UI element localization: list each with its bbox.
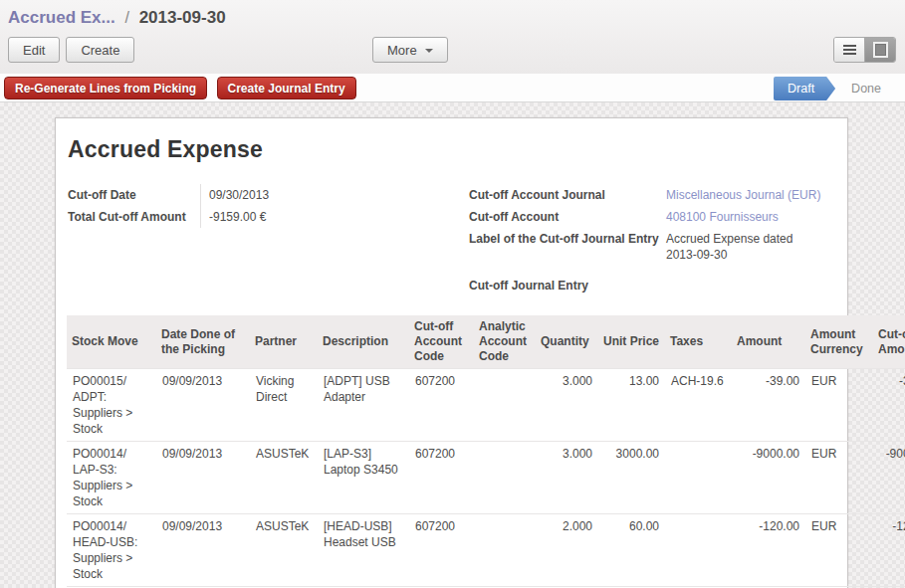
column-header[interactable]: Cut-off Account Code [409,315,474,369]
table-cell: [LAP-S3] Laptop S3450 [318,442,409,514]
field-value: 09/30/2013 [200,184,269,206]
table-cell [665,514,732,587]
table-cell: 09/09/2013 [156,514,250,587]
right_fields-field-row: Label of the Cut-off Journal EntryAccrue… [469,228,847,266]
table-cell: ASUSTeK [250,442,318,514]
field-value: -9159.00 € [200,206,266,228]
field-group-right: Cut-off Account JournalMiscellaneous Jou… [469,184,847,296]
table-cell: -120.00 [873,514,905,587]
column-header[interactable]: Unit Price [598,315,665,369]
field-label: Cut-off Date [68,184,200,206]
form-view-button[interactable] [864,38,895,62]
breadcrumb-current: 2013-09-30 [139,8,226,27]
table-cell: [HEAD-USB] Headset USB [318,514,409,587]
table-cell: 09/09/2013 [156,369,250,442]
field-label: Label of the Cut-off Journal Entry [469,228,666,250]
list-view-icon [843,45,856,47]
breadcrumb-separator: / [119,9,133,26]
table-cell: 607200 [409,442,474,514]
field-group-left: Cut-off Date09/30/2013Total Cut-off Amou… [68,184,469,296]
field-value: Accrued Expense dated 2013-09-30 [666,228,825,266]
create-button[interactable]: Create [66,37,134,63]
chevron-down-icon [425,49,433,53]
column-header[interactable]: Stock Move [67,315,156,369]
statusbar: Draft Done [774,77,897,100]
form-title: Accrued Expense [68,136,847,163]
form-view-icon [873,42,888,58]
field-value [666,275,825,281]
table-cell: -9000.00 [732,442,805,514]
table-cell [665,442,732,514]
table-cell: 3.000 [536,442,598,514]
table-cell [474,442,536,514]
table-cell: 607200 [409,369,474,442]
column-header[interactable]: Partner [250,315,318,369]
field-label: Cut-off Account [469,206,666,228]
table-cell: 3000.00 [598,442,665,514]
column-header[interactable]: Date Done of the Picking [156,315,250,369]
column-header[interactable]: Description [318,315,409,369]
column-header[interactable]: Taxes [665,315,732,369]
table-row[interactable]: PO00014/​HEAD-USB: Suppliers > Stock09/0… [67,514,905,587]
table-row[interactable]: PO00014/​LAP-S3: Suppliers > Stock09/09/… [67,442,905,514]
table-cell: 607200 [409,514,474,587]
field-value-link[interactable]: 408100 Fournisseurs [666,206,825,228]
regenerate-lines-button[interactable]: Re-Generate Lines from Picking [4,77,207,99]
table-cell: -120.00 [732,514,805,587]
table-cell: -39.00 [873,369,905,442]
table-cell: ASUSTeK [250,514,318,587]
left_fields-field-row: Cut-off Date09/30/2013 [68,184,469,206]
control-panel: Accrued Ex... / 2013-09-30 Edit Create M… [0,0,905,74]
table-cell: EUR [805,369,873,442]
table-cell: 60.00 [598,514,665,587]
right_fields-field-row: Cut-off Journal Entry [469,275,847,296]
table-cell [474,369,536,442]
table-cell [474,514,536,587]
left_fields-field-row: Total Cut-off Amount-9159.00 € [68,206,469,228]
table-cell: ACH-19.6 [665,369,732,442]
table-cell: 3.000 [536,369,598,442]
column-header[interactable]: Amount Currency [805,315,873,369]
table-cell: -39.00 [732,369,805,442]
column-header[interactable]: Amount [732,315,805,369]
lines-table: Stock MoveDate Done of the PickingPartne… [67,315,905,587]
column-header[interactable]: Analytic Account Code [474,315,536,369]
more-dropdown: More [372,37,448,63]
table-cell: EUR [805,514,873,587]
table-cell: -9000.00 [873,442,905,514]
form-sheet: Accrued Expense Cut-off Date09/30/2013To… [55,117,848,588]
status-row: Re-Generate Lines from Picking Create Jo… [0,74,905,102]
table-cell: PO00014/​LAP-S3: Suppliers > Stock [67,442,156,514]
toolbar: Edit Create More [8,37,897,63]
table-cell: EUR [805,442,873,514]
table-cell: PO00014/​HEAD-USB: Suppliers > Stock [67,514,156,587]
table-cell: Vicking Direct [250,369,318,442]
table-cell: 2.000 [536,514,598,587]
field-label: Total Cut-off Amount [68,206,200,228]
field-groups: Cut-off Date09/30/2013Total Cut-off Amou… [68,184,847,296]
content-area: Accrued Expense Cut-off Date09/30/2013To… [0,102,905,588]
right_fields-field-row: Cut-off Account408100 Fournisseurs [469,206,847,228]
toolbar-left: Edit Create [8,37,134,63]
table-row[interactable]: PO00015/​ADPT: Suppliers > Stock09/09/20… [67,369,905,442]
list-view-button[interactable] [834,38,864,62]
more-button[interactable]: More [372,37,448,63]
view-switcher [833,37,896,63]
field-label: Cut-off Journal Entry [469,275,666,296]
status-state-done[interactable]: Done [835,77,897,100]
column-header[interactable]: Quantity [536,315,598,369]
more-button-label: More [387,43,417,58]
breadcrumb: Accrued Ex... / 2013-09-30 [8,0,897,28]
field-label: Cut-off Account Journal [469,184,666,206]
table-cell: PO00015/​ADPT: Suppliers > Stock [67,369,156,442]
lines-table-wrap: Stock MoveDate Done of the PickingPartne… [67,315,847,588]
table-header-row: Stock MoveDate Done of the PickingPartne… [67,315,905,369]
breadcrumb-parent-link[interactable]: Accrued Ex... [8,8,115,27]
status-state-draft[interactable]: Draft [774,77,835,100]
field-value-link[interactable]: Miscellaneous Journal (EUR) [666,184,825,206]
column-header[interactable]: Cut-off Amount [873,315,905,369]
right_fields-field-row: Cut-off Account JournalMiscellaneous Jou… [469,184,847,206]
create-journal-entry-button[interactable]: Create Journal Entry [217,77,356,99]
table-cell: 13.00 [598,369,665,442]
edit-button[interactable]: Edit [8,37,60,63]
